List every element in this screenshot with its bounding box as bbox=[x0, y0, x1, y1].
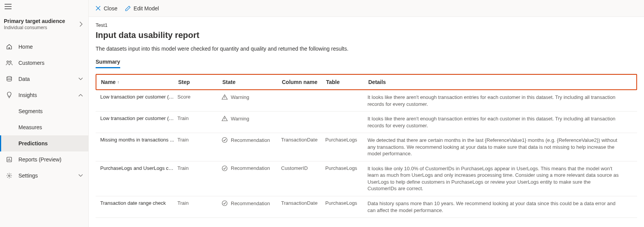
results-table: Name ↑ Step State Column name Table Deta… bbox=[96, 74, 637, 218]
table-row[interactable]: Low transaction per customer (s...TrainW… bbox=[96, 112, 637, 133]
nav-reports[interactable]: Reports (Preview) bbox=[0, 151, 88, 168]
chevron-up-icon bbox=[78, 94, 83, 97]
table-row[interactable]: Low transaction per customer (s...ScoreW… bbox=[96, 90, 637, 112]
svg-point-2 bbox=[7, 76, 12, 78]
audience-title: Primary target audience bbox=[4, 18, 79, 24]
column-header-column[interactable]: Column name bbox=[282, 79, 326, 85]
reports-icon bbox=[5, 156, 13, 163]
chevron-right-icon bbox=[79, 21, 83, 27]
nav-data[interactable]: Data bbox=[0, 71, 88, 87]
nav-customers[interactable]: Customers bbox=[0, 55, 88, 71]
cell-details: It looks like there aren't enough transa… bbox=[368, 94, 634, 107]
nav-label: Insights bbox=[18, 92, 78, 98]
nav-settings[interactable]: Settings bbox=[0, 168, 88, 184]
table-header-row: Name ↑ Step State Column name Table Deta… bbox=[96, 74, 637, 90]
warning-icon bbox=[222, 94, 228, 100]
cell-table: PurchaseLogs bbox=[325, 137, 368, 143]
check-circle-icon bbox=[222, 165, 228, 171]
customers-icon bbox=[5, 60, 13, 66]
cell-column: TransactionDate bbox=[281, 200, 325, 206]
column-header-step[interactable]: Step bbox=[178, 79, 222, 85]
cell-name: Low transaction per customer (s... bbox=[99, 115, 177, 121]
nav-insights[interactable]: Insights bbox=[0, 87, 88, 103]
svg-point-5 bbox=[222, 138, 227, 143]
cell-state: Warning bbox=[222, 94, 281, 100]
svg-point-1 bbox=[10, 61, 11, 63]
state-text: Recommendation bbox=[231, 165, 270, 171]
cell-details: It looks like there aren't enough transa… bbox=[368, 115, 634, 129]
state-text: Warning bbox=[231, 94, 249, 100]
cell-details: We detected that there are certain month… bbox=[368, 137, 634, 157]
nav-label: Predictions bbox=[18, 140, 83, 146]
page-title: Input data usability report bbox=[96, 30, 637, 40]
home-icon bbox=[5, 44, 13, 50]
close-label: Close bbox=[104, 5, 118, 12]
main-content: Close Edit Model Test1 Input data usabil… bbox=[88, 0, 644, 227]
nav-label: Customers bbox=[18, 60, 83, 66]
cell-state: Recommendation bbox=[222, 200, 281, 206]
cell-name: Low transaction per customer (s... bbox=[99, 94, 177, 100]
svg-point-0 bbox=[7, 61, 8, 63]
edit-model-label: Edit Model bbox=[134, 5, 159, 12]
column-header-state[interactable]: State bbox=[222, 79, 282, 85]
audience-picker[interactable]: Primary target audience Individual consu… bbox=[0, 13, 88, 32]
column-header-name[interactable]: Name ↑ bbox=[99, 79, 178, 85]
cell-step: Train bbox=[177, 137, 222, 143]
cell-step: Train bbox=[177, 200, 222, 206]
cell-details: It looks like only 10.0% of CustomerIDs … bbox=[368, 165, 634, 192]
cell-table: PurchaseLogs bbox=[325, 200, 368, 206]
breadcrumb: Test1 bbox=[96, 22, 637, 28]
edit-model-button[interactable]: Edit Model bbox=[125, 5, 159, 12]
nav-label: Settings bbox=[18, 173, 78, 179]
nav-label: Measures bbox=[18, 124, 83, 130]
cell-state: Warning bbox=[222, 115, 281, 122]
warning-icon bbox=[222, 115, 228, 122]
cell-state: Recommendation bbox=[222, 137, 281, 143]
page-description: The datasets input into this model were … bbox=[96, 46, 637, 52]
close-button[interactable]: Close bbox=[96, 5, 118, 12]
check-circle-icon bbox=[222, 200, 228, 206]
audience-subtitle: Individual consumers bbox=[4, 25, 79, 30]
header-label: Name bbox=[101, 79, 116, 85]
table-row[interactable]: PurchaseLogs and UserLogs cus...TrainRec… bbox=[96, 161, 637, 196]
table-row[interactable]: Missing months in transactions ...TrainR… bbox=[96, 133, 637, 161]
nav-home[interactable]: Home bbox=[0, 39, 88, 55]
tab-summary[interactable]: Summary bbox=[96, 59, 120, 68]
table-row[interactable]: Transaction date range checkTrainRecomme… bbox=[96, 196, 637, 218]
cell-details: Data history spans more than 10 years. W… bbox=[368, 200, 634, 214]
close-icon bbox=[96, 6, 101, 11]
column-header-table[interactable]: Table bbox=[326, 79, 368, 85]
sidebar: Primary target audience Individual consu… bbox=[0, 0, 88, 227]
column-header-details[interactable]: Details bbox=[368, 79, 633, 85]
cell-step: Score bbox=[177, 94, 222, 100]
state-text: Recommendation bbox=[231, 201, 270, 206]
nav-label: Reports (Preview) bbox=[18, 156, 83, 163]
cell-name: Transaction date range check bbox=[99, 200, 177, 206]
cell-name: Missing months in transactions ... bbox=[99, 137, 177, 143]
state-text: Warning bbox=[231, 116, 249, 122]
cell-state: Recommendation bbox=[222, 165, 281, 171]
lightbulb-icon bbox=[5, 92, 13, 99]
nav-predictions[interactable]: Predictions bbox=[0, 135, 88, 151]
state-text: Recommendation bbox=[231, 137, 270, 143]
nav-segments[interactable]: Segments bbox=[0, 103, 88, 119]
toolbar: Close Edit Model bbox=[89, 0, 644, 17]
cell-step: Train bbox=[177, 165, 222, 171]
svg-point-4 bbox=[8, 175, 10, 176]
gear-icon bbox=[5, 173, 13, 179]
nav-measures[interactable]: Measures bbox=[0, 119, 88, 135]
cell-column: TransactionDate bbox=[281, 137, 325, 143]
chevron-down-icon bbox=[78, 174, 83, 177]
hamburger-menu-icon[interactable] bbox=[5, 4, 12, 9]
cell-table: PurchaseLogs bbox=[325, 165, 368, 171]
nav-label: Segments bbox=[18, 108, 83, 114]
pencil-icon bbox=[125, 6, 131, 11]
data-icon bbox=[5, 76, 13, 82]
nav-label: Data bbox=[18, 76, 78, 82]
cell-column: CustomerID bbox=[281, 165, 325, 171]
svg-point-7 bbox=[222, 201, 227, 206]
chevron-down-icon bbox=[78, 77, 83, 81]
sort-asc-icon: ↑ bbox=[117, 80, 119, 84]
nav-label: Home bbox=[18, 44, 83, 50]
svg-point-6 bbox=[222, 166, 227, 171]
